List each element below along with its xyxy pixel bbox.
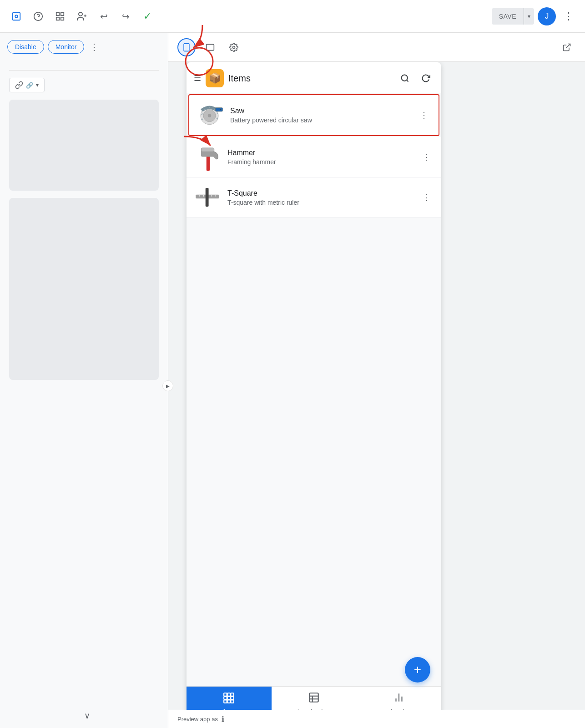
eye-icon[interactable] — [7, 7, 25, 25]
svg-rect-5 — [61, 12, 64, 15]
svg-rect-35 — [201, 148, 214, 151]
saw-item-icon — [197, 101, 224, 129]
search-button[interactable] — [397, 70, 413, 86]
svg-rect-14 — [207, 44, 214, 50]
saw-item-description: Battery powered circular saw — [230, 116, 410, 124]
svg-rect-4 — [56, 12, 59, 15]
svg-line-19 — [407, 80, 408, 82]
svg-rect-33 — [206, 155, 209, 171]
mobile-view-button[interactable] — [177, 38, 196, 56]
svg-rect-43 — [227, 693, 231, 696]
undo-icon[interactable]: ↩ — [95, 7, 113, 25]
monitor-button[interactable]: Monitor — [48, 40, 85, 54]
preview-label: Preview app as — [177, 716, 218, 723]
left-panel-content: 🔗 ▾ — [0, 61, 168, 389]
hammer-item-icon — [194, 143, 221, 171]
svg-rect-47 — [231, 696, 234, 699]
view-toolbar — [168, 33, 585, 62]
preview-info-icon[interactable]: ℹ — [222, 715, 224, 723]
list-item[interactable]: T-Square T-square with metric ruler ⋮ — [187, 177, 441, 218]
saw-item-title: Saw — [230, 107, 410, 115]
left-panel-header: Disable Monitor ⋮ — [0, 33, 168, 61]
svg-rect-31 — [216, 108, 222, 111]
svg-rect-45 — [224, 696, 227, 699]
preview-bar: Preview app as ℹ — [168, 710, 585, 728]
inventory-nav-icon — [308, 692, 320, 706]
tsquare-item-title: T-Square — [227, 189, 413, 197]
check-icon: ✓ — [138, 7, 156, 25]
tsquare-item-menu[interactable]: ⋮ — [419, 190, 434, 205]
tsquare-item-description: T-square with metric ruler — [227, 199, 413, 206]
svg-rect-48 — [224, 700, 227, 703]
avatar[interactable]: J — [538, 7, 556, 25]
svg-rect-0 — [13, 12, 20, 20]
link-dropdown-chevron: ▾ — [36, 82, 39, 88]
left-divider — [9, 70, 159, 71]
items-list: Saw Battery powered circular saw ⋮ — [187, 93, 441, 686]
saw-item-menu[interactable]: ⋮ — [417, 108, 431, 122]
add-person-icon[interactable] — [73, 7, 91, 25]
app-title: Items — [228, 73, 392, 84]
left-panel-more-icon[interactable]: ⋮ — [90, 41, 99, 52]
svg-point-18 — [402, 75, 408, 81]
svg-rect-46 — [227, 696, 231, 699]
svg-rect-50 — [231, 700, 234, 703]
svg-rect-6 — [61, 17, 64, 20]
save-button-label: SAVE — [492, 13, 524, 20]
hammer-item-menu[interactable]: ⋮ — [419, 150, 434, 164]
top-toolbar: ↩ ↪ ✓ SAVE ▾ J ⋮ — [0, 0, 585, 33]
svg-rect-37 — [206, 188, 209, 207]
svg-rect-42 — [224, 693, 227, 696]
svg-point-1 — [15, 15, 18, 18]
svg-point-16 — [233, 46, 235, 48]
svg-rect-44 — [231, 693, 234, 696]
svg-rect-7 — [56, 17, 59, 20]
hammer-item-description: Framing hammer — [227, 158, 413, 166]
items-nav-icon — [223, 692, 235, 706]
left-grey-box-top — [9, 100, 159, 191]
redo-icon[interactable]: ↪ — [116, 7, 135, 25]
svg-point-32 — [220, 109, 221, 110]
refresh-button[interactable] — [418, 70, 434, 86]
hamburger-icon[interactable]: ☰ — [194, 73, 201, 83]
list-item[interactable]: Saw Battery powered circular saw ⋮ — [188, 94, 439, 136]
link-dropdown[interactable]: 🔗 ▾ — [9, 78, 45, 92]
left-panel: Disable Monitor ⋮ 🔗 ▾ ∨ ▶ — [0, 33, 168, 728]
levels-nav-icon — [393, 692, 405, 706]
tsquare-item-icon — [194, 184, 221, 211]
svg-line-17 — [566, 44, 570, 48]
list-item[interactable]: Hammer Framing hammer ⋮ — [187, 137, 441, 177]
expand-panel-arrow[interactable]: ▶ — [162, 380, 173, 391]
grid-icon[interactable] — [51, 7, 69, 25]
more-options-icon[interactable]: ⋮ — [560, 7, 578, 25]
svg-point-8 — [79, 12, 82, 16]
link-dropdown-label: 🔗 — [26, 82, 33, 89]
app-header: ☰ 📦 Items — [187, 62, 441, 93]
disable-button[interactable]: Disable — [7, 40, 44, 54]
left-grey-box-bottom — [9, 198, 159, 380]
external-link-icon[interactable] — [558, 38, 576, 56]
svg-rect-51 — [309, 693, 318, 702]
tsquare-item-text: T-Square T-square with metric ruler — [227, 189, 413, 206]
tablet-view-button[interactable] — [201, 38, 219, 56]
settings-icon[interactable] — [225, 38, 243, 56]
saw-item-text: Saw Battery powered circular saw — [230, 107, 410, 124]
app-panel: ☰ 📦 Items — [187, 62, 441, 719]
hammer-item-text: Hammer Framing hammer — [227, 149, 413, 166]
svg-point-22 — [208, 114, 212, 117]
save-dropdown-arrow[interactable]: ▾ — [524, 13, 534, 20]
bottom-chevron-icon[interactable]: ∨ — [84, 711, 90, 721]
save-button[interactable]: SAVE ▾ — [492, 8, 534, 25]
svg-rect-49 — [227, 700, 231, 703]
app-icon: 📦 — [206, 69, 224, 87]
help-icon[interactable] — [29, 7, 47, 25]
hammer-item-title: Hammer — [227, 149, 413, 157]
add-fab-button[interactable]: + — [405, 657, 430, 682]
